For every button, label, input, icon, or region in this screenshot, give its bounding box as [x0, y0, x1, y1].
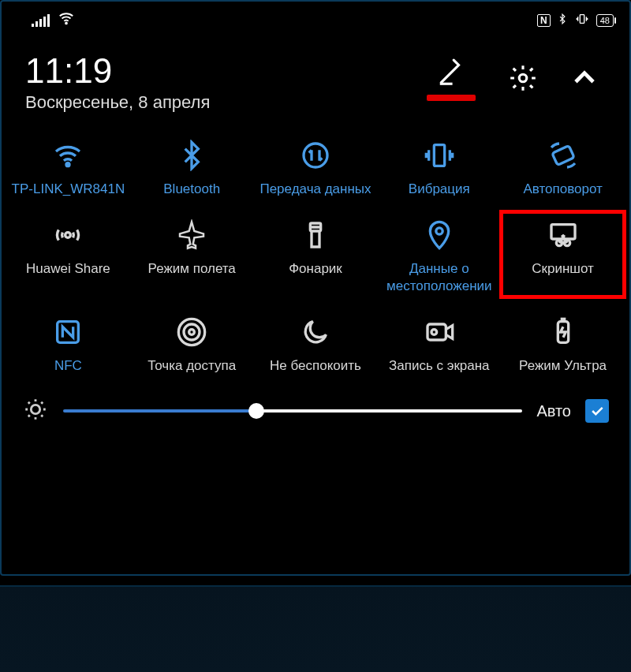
quick-settings-grid: TP-LINK_WR841N Bluetooth Передача данных…: [2, 121, 629, 377]
settings-button[interactable]: [508, 63, 538, 96]
status-left: [32, 9, 75, 31]
airplane-icon: [176, 218, 207, 252]
tile-label: Не беспокоить: [268, 357, 363, 374]
tile-flashlight[interactable]: Фонарик: [254, 215, 378, 297]
gear-icon: [508, 63, 538, 93]
tile-label: Bluetooth: [162, 181, 222, 197]
tile-autorotate[interactable]: Автоповорот: [501, 135, 625, 200]
auto-brightness-label: Авто: [536, 402, 571, 420]
edit-button[interactable]: [426, 58, 476, 102]
auto-brightness-checkbox[interactable]: [585, 399, 609, 423]
tile-location[interactable]: Данные о местоположении: [377, 215, 501, 297]
tile-label: NFC: [53, 357, 84, 374]
notification-panel: N 48 11:19 Воскресенье, 8 апреля: [0, 0, 631, 576]
tile-wifi[interactable]: TP-LINK_WR841N: [6, 135, 130, 200]
brightness-icon: [22, 396, 49, 426]
tile-label: TP-LINK_WR841N: [10, 181, 127, 197]
tile-airplane[interactable]: Режим полета: [130, 215, 254, 297]
svg-point-7: [65, 233, 71, 238]
svg-rect-6: [551, 146, 573, 166]
tile-label: Режим Ультра: [517, 357, 608, 374]
tile-mobile-data[interactable]: Передача данных: [254, 135, 378, 200]
location-icon: [424, 218, 455, 252]
tile-screen-record[interactable]: Запись с экрана: [377, 312, 501, 377]
svg-rect-5: [434, 145, 444, 166]
svg-point-15: [184, 324, 200, 340]
svg-point-9: [436, 228, 442, 234]
background-strip: [0, 585, 631, 672]
tile-label: Передача данных: [258, 181, 372, 197]
tile-label: Режим полета: [147, 260, 237, 277]
moon-icon: [300, 315, 331, 349]
wifi-status-icon: [58, 9, 75, 31]
tile-hotspot[interactable]: Точка доступа: [130, 312, 254, 377]
svg-point-4: [304, 144, 327, 167]
tile-vibration[interactable]: Вибрация: [377, 135, 501, 200]
svg-point-14: [189, 329, 195, 334]
brightness-slider[interactable]: [63, 403, 522, 419]
tile-nfc[interactable]: NFC: [6, 312, 130, 377]
flashlight-icon: [300, 218, 331, 252]
signal-icon: [32, 14, 50, 27]
vibration-status-icon: [574, 13, 590, 28]
tile-label: Вибрация: [407, 181, 472, 197]
check-icon: [589, 403, 605, 419]
tile-label: Huawei Share: [24, 260, 112, 277]
brightness-row: Авто: [2, 377, 629, 434]
tile-label: Фонарик: [287, 260, 344, 277]
nfc-status-icon: N: [537, 14, 551, 27]
tile-dnd[interactable]: Не беспокоить: [254, 312, 378, 377]
svg-point-18: [431, 329, 437, 334]
battery-indicator: 48: [596, 14, 614, 27]
autorotate-icon: [547, 138, 579, 173]
nfc-icon: [52, 315, 84, 349]
header-actions: [426, 51, 606, 102]
tile-huawei-share[interactable]: Huawei Share: [6, 215, 130, 297]
clock: 11:19: [25, 51, 210, 91]
panel-header: 11:19 Воскресенье, 8 апреля: [2, 35, 629, 121]
tile-label: Точка доступа: [146, 357, 237, 374]
date: Воскресенье, 8 апреля: [25, 92, 210, 113]
chevron-up-icon: [569, 63, 599, 93]
nav-bar-area: [0, 585, 631, 623]
tile-label: Автоповорот: [521, 181, 603, 197]
vibration-icon: [424, 138, 455, 173]
svg-point-0: [65, 23, 67, 24]
status-right: N 48: [537, 12, 614, 29]
huawei-share-icon: [52, 218, 84, 252]
battery-ultra-icon: [547, 315, 579, 349]
collapse-button[interactable]: [569, 63, 599, 96]
data-transfer-icon: [300, 138, 331, 173]
bluetooth-status-icon: [557, 12, 568, 29]
status-bar: N 48: [2, 2, 629, 35]
edit-highlight: [426, 94, 476, 102]
screenshot-highlight: [499, 210, 626, 299]
slider-thumb[interactable]: [248, 403, 264, 419]
tile-screenshot[interactable]: Скриншот: [501, 215, 625, 297]
hotspot-icon: [176, 315, 207, 349]
wifi-icon: [52, 138, 84, 173]
pencil-icon: [436, 58, 466, 91]
svg-point-2: [519, 74, 527, 82]
tile-label: Данные о местоположении: [379, 260, 499, 294]
tile-label: Запись с экрана: [387, 357, 491, 374]
bluetooth-icon: [176, 138, 207, 173]
svg-rect-1: [580, 15, 584, 24]
tile-bluetooth[interactable]: Bluetooth: [130, 135, 254, 200]
screen-record-icon: [424, 315, 455, 349]
svg-point-3: [66, 163, 69, 166]
time-date: 11:19 Воскресенье, 8 апреля: [25, 51, 210, 113]
svg-point-20: [31, 405, 39, 413]
tile-ultra-mode[interactable]: Режим Ультра: [501, 312, 625, 377]
